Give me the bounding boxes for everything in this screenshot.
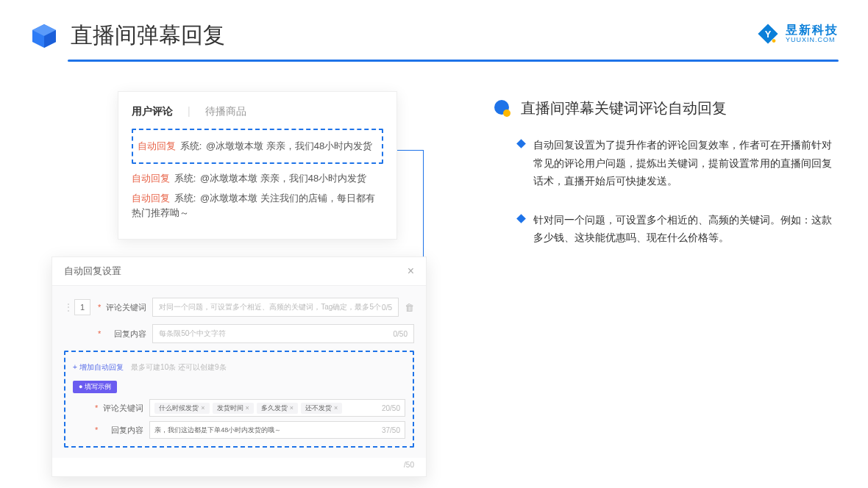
auto-reply-settings-panel: 自动回复设置 × ⋮⋮ 1 * 评论关键词 对同一个问题，可设置多个相近、高频的…: [51, 256, 427, 477]
footer-count: /50: [52, 458, 426, 476]
char-count: 0/5: [382, 304, 392, 312]
placeholder-text: 对同一个问题，可设置多个相近、高频的关键词，Tag确定，最多5个: [159, 302, 381, 312]
svg-point-7: [503, 110, 511, 117]
required-star: *: [98, 303, 101, 312]
char-count: 37/50: [382, 426, 400, 434]
remove-tag-icon[interactable]: ×: [290, 404, 294, 412]
connector-line: [397, 150, 424, 151]
required-star: *: [95, 403, 98, 412]
highlighted-comment: 自动回复 系统: @冰墩墩本墩 亲亲，我们48小时内发货: [132, 129, 383, 164]
example-content-label: 回复内容: [101, 425, 143, 436]
drag-handle-icon[interactable]: ⋮⋮: [64, 302, 74, 312]
auto-reply-tag: 自动回复: [132, 173, 170, 184]
keyword-tag: 多久发货×: [257, 403, 298, 414]
bullet-text: 自动回复设置为了提升作者的评论回复效率，作者可在开播前针对常见的评论用户问题，提…: [533, 136, 839, 190]
tab-separator: |: [188, 105, 191, 118]
char-count: 20/50: [382, 404, 400, 412]
system-label: 系统:: [180, 140, 202, 151]
add-hint: 最多可建10条 还可以创建9条: [131, 363, 226, 371]
add-auto-reply-link[interactable]: + 增加自动回复: [73, 362, 124, 373]
keyword-input[interactable]: 对同一个问题，可设置多个相近、高频的关键词，Tag确定，最多5个 0/5: [152, 298, 399, 317]
section-title: 直播间弹幕关键词评论自动回复: [521, 98, 727, 118]
svg-text:Y: Y: [765, 29, 772, 40]
brand-icon: Y: [756, 22, 780, 46]
chat-bubble-icon: [493, 99, 512, 118]
tab-pending-products[interactable]: 待播商品: [205, 105, 246, 118]
example-content-input[interactable]: 亲，我们这边都是下单48小时内发货的哦～ 37/50: [149, 421, 405, 439]
system-label: 系统:: [174, 173, 196, 184]
example-content-value: 亲，我们这边都是下单48小时内发货的哦～: [154, 426, 281, 435]
tab-user-comments[interactable]: 用户评论: [132, 105, 173, 118]
char-count: 0/50: [394, 330, 408, 338]
keyword-tag: 什么时候发货×: [154, 403, 209, 414]
example-badge: ● 填写示例: [73, 381, 117, 393]
example-keyword-tags[interactable]: 什么时候发货× 发货时间× 多久发货× 还不发货× 20/50: [149, 399, 405, 417]
comment-text: @冰墩墩本墩 亲亲，我们48小时内发货: [206, 140, 372, 151]
brand-logo: Y 昱新科技 YUUXIN.COM: [756, 22, 839, 46]
keyword-tag: 还不发货×: [301, 403, 342, 414]
content-input[interactable]: 每条限50个中文字符 0/50: [152, 324, 414, 343]
remove-tag-icon[interactable]: ×: [334, 404, 338, 412]
comment-text: @冰墩墩本墩 亲亲，我们48小时内发货: [200, 173, 366, 184]
required-star: *: [95, 426, 98, 434]
example-highlight: + 增加自动回复 最多可建10条 还可以创建9条 ● 填写示例 * 评论关键词 …: [64, 351, 414, 448]
keyword-tag: 发货时间×: [213, 403, 254, 414]
diamond-bullet-icon: [516, 139, 526, 148]
required-star: *: [98, 329, 101, 338]
content-label: 回复内容: [104, 329, 146, 340]
comments-panel: 用户评论 | 待播商品 自动回复 系统: @冰墩墩本墩 亲亲，我们48小时内发货…: [118, 91, 397, 240]
placeholder-text: 每条限50个中文字符: [159, 329, 226, 339]
system-label: 系统:: [174, 193, 196, 204]
brand-name-en: YUUXIN.COM: [786, 37, 839, 44]
auto-reply-tag: 自动回复: [132, 193, 170, 204]
bullet-text: 针对同一个问题，可设置多个相近的、高频的关键词。例如：这款多少钱、这块能优惠吗、…: [533, 211, 839, 247]
delete-icon[interactable]: 🗑: [405, 302, 414, 313]
page-title: 直播间弹幕回复: [71, 21, 225, 51]
rule-number: 1: [74, 299, 90, 315]
panel-title: 自动回复设置: [64, 265, 121, 278]
remove-tag-icon[interactable]: ×: [201, 404, 204, 412]
brand-name-cn: 昱新科技: [786, 24, 839, 37]
svg-point-5: [772, 39, 776, 43]
auto-reply-tag: 自动回复: [138, 140, 176, 151]
close-icon[interactable]: ×: [408, 265, 414, 278]
logo-cube-icon: [29, 21, 59, 51]
example-keyword-label: 评论关键词: [101, 403, 143, 414]
remove-tag-icon[interactable]: ×: [246, 404, 249, 412]
diamond-bullet-icon: [516, 214, 526, 223]
keyword-label: 评论关键词: [104, 302, 146, 313]
